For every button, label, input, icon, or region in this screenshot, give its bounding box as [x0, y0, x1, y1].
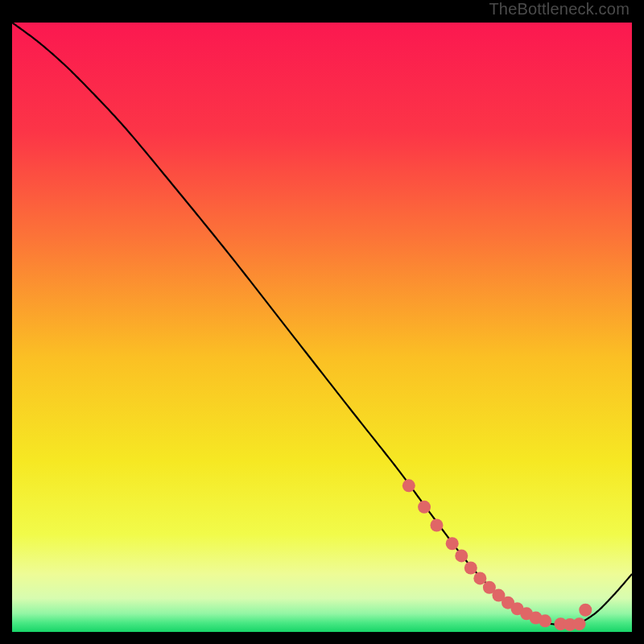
data-marker	[446, 537, 459, 550]
data-marker	[418, 501, 431, 514]
chart-area	[12, 23, 632, 632]
data-marker	[430, 519, 443, 532]
data-marker	[402, 479, 415, 492]
data-marker	[539, 614, 551, 627]
data-marker	[464, 562, 477, 575]
data-marker	[579, 604, 592, 617]
watermark-text: TheBottleneck.com	[489, 0, 630, 19]
gradient-background	[12, 23, 632, 632]
chart-svg	[12, 23, 632, 632]
data-marker	[455, 549, 468, 562]
data-marker	[573, 617, 586, 630]
data-marker	[473, 572, 486, 584]
